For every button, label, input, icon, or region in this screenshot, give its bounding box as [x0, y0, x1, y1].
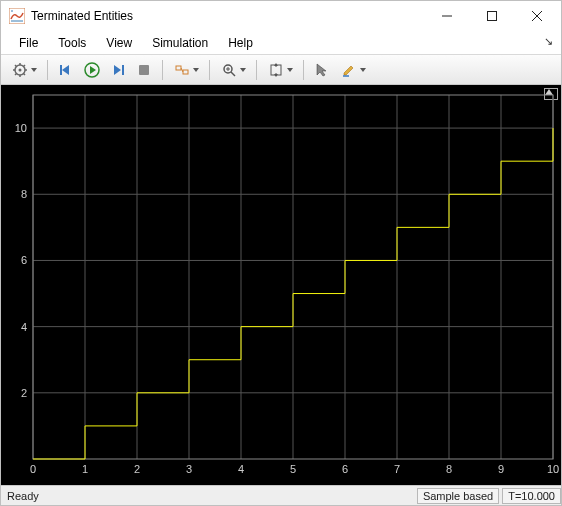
app-window: Terminated Entities File Tools View Simu…: [0, 0, 562, 506]
svg-text:7: 7: [394, 463, 400, 475]
status-ready: Ready: [7, 490, 39, 502]
stop-button[interactable]: [132, 58, 156, 82]
svg-line-11: [15, 65, 17, 67]
svg-rect-21: [139, 65, 149, 75]
svg-text:2: 2: [21, 387, 27, 399]
svg-text:0: 0: [30, 463, 36, 475]
svg-point-6: [19, 68, 22, 71]
svg-text:3: 3: [186, 463, 192, 475]
svg-text:5: 5: [290, 463, 296, 475]
stop-icon: [136, 62, 152, 78]
separator: [209, 60, 210, 80]
svg-line-14: [24, 65, 26, 67]
svg-text:4: 4: [238, 463, 244, 475]
separator: [256, 60, 257, 80]
step-forward-icon: [110, 62, 126, 78]
svg-text:2: 2: [134, 463, 140, 475]
svg-marker-32: [317, 64, 326, 76]
separator: [303, 60, 304, 80]
status-mode: Sample based: [417, 488, 499, 504]
zoom-icon: [221, 62, 237, 78]
maximize-button[interactable]: [469, 2, 514, 31]
minimize-button[interactable]: [424, 2, 469, 31]
autoscale-icon: [268, 62, 284, 78]
highlight-icon: [174, 62, 190, 78]
svg-rect-2: [487, 12, 496, 21]
svg-text:1: 1: [82, 463, 88, 475]
svg-text:8: 8: [446, 463, 452, 475]
step-back-button[interactable]: [54, 58, 78, 82]
titlebar: Terminated Entities: [1, 1, 561, 31]
svg-line-26: [231, 72, 235, 76]
menubar: File Tools View Simulation Help ↘: [1, 31, 561, 55]
separator: [162, 60, 163, 80]
step-forward-button[interactable]: [106, 58, 130, 82]
scope-plot[interactable]: 012345678910246810: [1, 85, 561, 485]
run-button[interactable]: [80, 58, 104, 82]
svg-line-13: [15, 73, 17, 75]
svg-rect-16: [60, 65, 62, 75]
svg-marker-18: [90, 66, 96, 74]
cursor-icon: [314, 62, 330, 78]
autoscale-button[interactable]: [263, 58, 297, 82]
pencil-icon: [341, 62, 357, 78]
svg-text:8: 8: [21, 188, 27, 200]
menu-simulation[interactable]: Simulation: [144, 34, 216, 52]
separator: [47, 60, 48, 80]
edit-button[interactable]: [336, 58, 370, 82]
toolbar: [1, 55, 561, 85]
svg-text:6: 6: [342, 463, 348, 475]
menu-file[interactable]: File: [11, 34, 46, 52]
play-icon: [84, 62, 100, 78]
gear-icon: [12, 62, 28, 78]
svg-rect-20: [122, 65, 124, 75]
svg-marker-33: [344, 66, 353, 75]
svg-rect-23: [183, 70, 188, 74]
menu-tools[interactable]: Tools: [50, 34, 94, 52]
cursor-measure-button[interactable]: [310, 58, 334, 82]
menu-help[interactable]: Help: [220, 34, 261, 52]
svg-line-12: [24, 73, 26, 75]
svg-rect-22: [176, 66, 181, 70]
svg-text:10: 10: [547, 463, 559, 475]
svg-marker-15: [62, 65, 69, 75]
window-title: Terminated Entities: [31, 9, 424, 23]
status-time: T=10.000: [502, 488, 561, 504]
zoom-button[interactable]: [216, 58, 250, 82]
close-button[interactable]: [514, 2, 559, 31]
svg-text:10: 10: [15, 122, 27, 134]
svg-text:9: 9: [498, 463, 504, 475]
settings-button[interactable]: [7, 58, 41, 82]
step-back-icon: [58, 62, 74, 78]
menu-view[interactable]: View: [98, 34, 140, 52]
svg-text:6: 6: [21, 254, 27, 266]
status-bar: Ready Sample based T=10.000: [1, 485, 561, 505]
menu-overflow-icon[interactable]: ↘: [544, 35, 553, 48]
svg-text:4: 4: [21, 321, 27, 333]
highlight-signal-button[interactable]: [169, 58, 203, 82]
app-icon: [9, 8, 25, 24]
svg-marker-19: [114, 65, 121, 75]
